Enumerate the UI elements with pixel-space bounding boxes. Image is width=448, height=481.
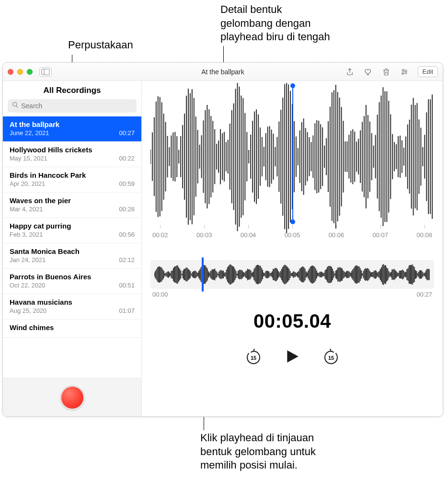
delete-button[interactable] <box>381 67 391 77</box>
trash-icon <box>382 68 391 76</box>
minimize-window-button[interactable] <box>17 69 23 75</box>
svg-point-3 <box>405 71 406 72</box>
recording-title: Waves on the pier <box>10 196 135 205</box>
recording-date: Apr 20, 2021 <box>10 180 45 187</box>
share-button[interactable] <box>345 67 355 77</box>
skip-back-button[interactable]: 15 <box>245 349 262 366</box>
recording-title: Happy cat purring <box>10 222 135 230</box>
time-ruler: 00:0200:0300:0400:0500:0600:0700:08 <box>150 225 434 241</box>
recording-title: Hollywood Hills crickets <box>10 146 135 154</box>
callout-library: Perpustakaan <box>68 38 133 52</box>
search-icon <box>11 101 19 110</box>
callout-waveform-detail: Detail bentuk gelombang dengan playhead … <box>220 3 330 44</box>
recording-date: June 22, 2021 <box>10 129 49 137</box>
tick-label: 00:04 <box>241 231 256 248</box>
maximize-window-button[interactable] <box>27 69 33 75</box>
overview-start-time: 00:00 <box>152 291 168 298</box>
window-controls <box>8 69 33 75</box>
recording-date: Oct 22, 2020 <box>10 282 45 289</box>
sliders-icon <box>400 68 409 76</box>
recording-item[interactable]: Happy cat purringFeb 3, 202100:56 <box>3 218 141 243</box>
recordings-list: At the ballparkJune 22, 202100:27Hollywo… <box>3 116 141 378</box>
sidebar-header: All Recordings <box>3 81 141 99</box>
waveform-overview[interactable] <box>150 260 434 289</box>
recording-title: At the ballpark <box>10 120 135 128</box>
edit-button[interactable]: Edit <box>418 66 438 77</box>
playhead-overview[interactable] <box>202 257 204 292</box>
recording-item[interactable]: Hollywood Hills cricketsMay 15, 202100:2… <box>3 142 141 167</box>
recording-title: Birds in Hancock Park <box>10 171 135 179</box>
close-window-button[interactable] <box>8 69 13 75</box>
sidebar: All Recordings At the ballparkJune 22, 2… <box>3 81 142 416</box>
recording-item[interactable]: Wind chimes <box>3 320 141 338</box>
playback-controls: 15 15 <box>150 348 434 366</box>
skip-back-amount: 15 <box>245 349 262 366</box>
tick-label: 00:06 <box>329 231 345 248</box>
tick-label: 00:02 <box>152 231 168 248</box>
recording-item[interactable]: At the ballparkJune 22, 202100:27 <box>3 116 141 142</box>
sidebar-footer <box>3 378 141 416</box>
overview-end-time: 00:27 <box>416 291 432 298</box>
recording-title: Santa Monica Beach <box>10 247 135 255</box>
recording-date: Mar 4, 2021 <box>10 206 43 213</box>
record-button[interactable] <box>60 385 85 410</box>
tick-label: 00:07 <box>373 231 389 248</box>
overview-graphic <box>154 263 430 286</box>
toggle-sidebar-button[interactable] <box>39 67 52 77</box>
recording-duration: 00:27 <box>119 129 135 137</box>
recording-title: Parrots in Buenos Aires <box>10 273 135 281</box>
recording-item[interactable]: Havana musiciansAug 25, 202001:07 <box>3 294 141 320</box>
recording-item[interactable]: Birds in Hancock ParkApr 20, 202100:59 <box>3 167 141 193</box>
recording-duration: 00:22 <box>119 155 135 162</box>
recording-title: Havana musicians <box>10 298 135 306</box>
skip-forward-amount: 15 <box>322 349 340 366</box>
tick-label: 00:03 <box>196 231 212 248</box>
recording-item[interactable]: Santa Monica BeachJan 24, 202102:12 <box>3 243 141 269</box>
svg-point-4 <box>402 73 403 74</box>
tick-label: 00:08 <box>416 231 432 248</box>
recording-duration: 00:59 <box>119 180 135 187</box>
recording-duration: 00:51 <box>119 282 135 289</box>
current-time-display: 00:05.04 <box>150 310 434 332</box>
recording-title: Wind chimes <box>10 323 135 332</box>
callout-overview-hint: Klik playhead di tinjauan bentuk gelomba… <box>200 431 316 472</box>
recording-date: Feb 3, 2021 <box>10 231 43 238</box>
search-input[interactable] <box>8 99 137 113</box>
recording-duration: 00:56 <box>119 231 135 238</box>
recording-duration: 00:28 <box>119 206 135 213</box>
svg-line-6 <box>16 106 18 107</box>
playhead-detail[interactable] <box>292 86 293 222</box>
titlebar: At the ballpark Edit <box>3 63 443 81</box>
recording-item[interactable]: Parrots in Buenos AiresOct 22, 202000:51 <box>3 269 141 294</box>
skip-forward-button[interactable]: 15 <box>322 349 340 366</box>
recording-duration: 01:07 <box>119 307 135 314</box>
play-icon <box>284 348 300 365</box>
recording-date: Aug 25, 2020 <box>10 307 46 314</box>
waveform-detail[interactable]: 00:0200:0300:0400:0500:0600:0700:08 <box>150 83 434 241</box>
app-window: At the ballpark Edit All Recordings <box>2 62 443 417</box>
recording-date: May 15, 2021 <box>10 155 47 162</box>
svg-point-5 <box>13 103 17 106</box>
share-icon <box>345 68 354 76</box>
favorite-button[interactable] <box>363 67 373 77</box>
detail-pane: 00:0200:0300:0400:0500:0600:0700:08 00:0… <box>142 81 443 416</box>
svg-point-2 <box>402 69 404 70</box>
recording-duration: 02:12 <box>119 256 135 263</box>
recording-item[interactable]: Waves on the pierMar 4, 202100:28 <box>3 193 141 218</box>
svg-rect-0 <box>42 69 50 75</box>
tick-label: 00:05 <box>285 231 300 248</box>
play-button[interactable] <box>284 348 300 366</box>
sidebar-icon <box>41 69 50 75</box>
heart-icon <box>364 68 372 76</box>
recording-date: Jan 24, 2021 <box>10 256 46 263</box>
options-button[interactable] <box>400 67 409 77</box>
